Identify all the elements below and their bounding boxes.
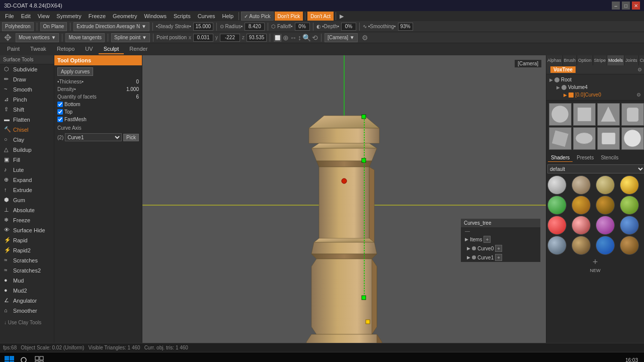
move-vertices-dropdown[interactable]: Move vertices ▼ bbox=[16, 33, 59, 42]
menu-help[interactable]: Help bbox=[219, 12, 237, 20]
tab-stripe[interactable]: Stripe bbox=[593, 55, 608, 65]
shader-15[interactable] bbox=[596, 236, 615, 255]
shader-13[interactable] bbox=[547, 236, 567, 255]
tool-buildup[interactable]: △Buildup bbox=[0, 145, 54, 155]
fastmesh-checkbox[interactable] bbox=[57, 117, 63, 122]
tab-brush[interactable]: Brush bbox=[563, 55, 578, 65]
top-checkbox[interactable] bbox=[57, 109, 63, 115]
shader-14[interactable] bbox=[572, 236, 591, 255]
tab-tweak[interactable]: Tweak bbox=[25, 44, 51, 54]
shader-5[interactable] bbox=[547, 196, 567, 215]
tool-rapid2[interactable]: ⚡Rapid2 bbox=[0, 245, 54, 255]
model-thumb-6[interactable] bbox=[573, 127, 596, 150]
curve0-eye-icon[interactable] bbox=[569, 93, 574, 98]
tool-mud[interactable]: ●Mud bbox=[0, 276, 54, 286]
dont-act-button[interactable]: Don't Act bbox=[307, 12, 334, 21]
shader-tab-presets[interactable]: Presets bbox=[574, 154, 597, 162]
tab-paint[interactable]: Paint bbox=[2, 44, 25, 54]
shader-4[interactable] bbox=[620, 175, 639, 195]
on-plane-button[interactable]: On Plane bbox=[40, 22, 67, 31]
smoothing-input[interactable] bbox=[398, 23, 413, 31]
tool-gum[interactable]: ⬢Gum bbox=[0, 195, 54, 205]
shader-16[interactable] bbox=[620, 236, 639, 255]
shader-6[interactable] bbox=[572, 196, 591, 215]
tool-shift[interactable]: ⇧Shift bbox=[0, 105, 54, 115]
dont-pick-button[interactable]: Don't Pick bbox=[275, 12, 303, 21]
tab-retopo[interactable]: Retopo bbox=[52, 44, 79, 54]
tool-mud2[interactable]: ●Mud2 bbox=[0, 286, 54, 296]
tool-subdivide[interactable]: ⬡Subdivide bbox=[0, 64, 54, 74]
tab-option[interactable]: Option bbox=[577, 55, 593, 65]
menu-view[interactable]: View bbox=[35, 12, 53, 20]
tab-render[interactable]: Render bbox=[124, 44, 152, 54]
menu-freeze[interactable]: Freeze bbox=[86, 12, 109, 20]
z-input[interactable] bbox=[247, 34, 267, 42]
tool-scratches2[interactable]: ≈Scratches2 bbox=[0, 265, 54, 276]
menu-windows[interactable]: Windows bbox=[141, 12, 170, 20]
tool-flatten[interactable]: ▬Flatten bbox=[0, 115, 54, 125]
maximize-button[interactable]: □ bbox=[622, 2, 630, 10]
tool-lute[interactable]: ♪Lute bbox=[0, 165, 54, 175]
curve0-add-button[interactable]: + bbox=[495, 245, 502, 252]
spline-point-dropdown[interactable]: Spline point ▼ bbox=[111, 33, 150, 42]
camera-dropdown[interactable]: [Camera] ▼ bbox=[325, 33, 358, 42]
tool-scratches[interactable]: ≈Scratches bbox=[0, 255, 54, 265]
tool-chisel[interactable]: 🔨Chisel bbox=[0, 125, 54, 135]
pick-button[interactable]: Pick bbox=[123, 134, 139, 141]
shader-2[interactable] bbox=[572, 175, 591, 195]
shader-3[interactable] bbox=[596, 175, 615, 195]
vox-root[interactable]: ▶ Root bbox=[549, 76, 641, 83]
tool-expand[interactable]: ⊕Expand bbox=[0, 175, 54, 185]
menu-scripts[interactable]: Scripts bbox=[171, 12, 194, 20]
tool-pinch[interactable]: ⊿Pinch bbox=[0, 95, 54, 105]
apply-curves-button[interactable]: Apply curves bbox=[57, 67, 93, 76]
tab-joints[interactable]: Joints bbox=[624, 55, 639, 65]
tree-item-curve1[interactable]: ▶ Curve1 + bbox=[461, 253, 540, 262]
new-shader-button[interactable]: + NEW bbox=[547, 255, 643, 275]
voxtree-badge[interactable]: VoxTree bbox=[550, 66, 576, 73]
close-button[interactable]: ✕ bbox=[632, 2, 640, 10]
model-thumb-4[interactable] bbox=[621, 103, 644, 126]
model-thumb-5[interactable] bbox=[549, 127, 572, 150]
bottom-checkbox[interactable] bbox=[57, 102, 63, 107]
depth-input[interactable] bbox=[341, 23, 356, 31]
tool-extrude[interactable]: ↑Extrude bbox=[0, 185, 54, 195]
x-input[interactable] bbox=[193, 34, 213, 42]
auto-pick-toggle[interactable]: ✓ Auto Pick bbox=[241, 12, 273, 21]
steady-stroke-input[interactable] bbox=[193, 23, 213, 31]
menu-file[interactable]: File bbox=[2, 12, 17, 20]
search-button[interactable] bbox=[17, 353, 31, 363]
model-thumb-2[interactable] bbox=[573, 103, 596, 126]
y-input[interactable] bbox=[220, 34, 240, 42]
model-thumb-7[interactable] bbox=[597, 127, 620, 150]
shader-1[interactable] bbox=[547, 175, 567, 195]
menu-symmetry[interactable]: Symmetry bbox=[53, 12, 85, 20]
tab-sculpt[interactable]: Sculpt bbox=[99, 44, 124, 54]
root-eye-icon[interactable] bbox=[554, 77, 559, 82]
menu-edit[interactable]: Edit bbox=[18, 12, 34, 20]
tree-item-items[interactable]: ▶ Items + bbox=[461, 235, 540, 244]
tool-angulator[interactable]: ∠Angulator bbox=[0, 296, 54, 306]
tab-uv[interactable]: UV bbox=[80, 44, 98, 54]
move-tangents-button[interactable]: Move tangents bbox=[65, 33, 105, 42]
viewport[interactable]: [Camera] bbox=[142, 55, 546, 343]
tab-curves[interactable]: Curves bbox=[639, 55, 644, 65]
model-thumb-3[interactable] bbox=[597, 103, 620, 126]
curve-select[interactable]: Curve1 Curve0 bbox=[65, 133, 122, 141]
task-view-button[interactable] bbox=[32, 353, 46, 363]
menu-curves[interactable]: Curves bbox=[195, 12, 218, 20]
curve1-add-button[interactable]: + bbox=[495, 254, 502, 261]
shader-10[interactable] bbox=[572, 216, 591, 235]
model-thumb-8[interactable] bbox=[621, 127, 644, 150]
model-thumb-1[interactable] bbox=[549, 103, 572, 126]
tool-freeze[interactable]: ❄Freeze bbox=[0, 215, 54, 225]
vox-volume4[interactable]: ▶ Volume4 bbox=[549, 83, 641, 91]
shader-11[interactable] bbox=[596, 216, 615, 235]
falloff-input[interactable] bbox=[295, 23, 310, 31]
start-button[interactable] bbox=[2, 353, 16, 363]
items-add-button[interactable]: + bbox=[484, 236, 491, 243]
tab-models[interactable]: Models bbox=[607, 55, 624, 65]
radius-input[interactable] bbox=[245, 23, 265, 31]
tool-fill[interactable]: ▣Fill bbox=[0, 155, 54, 165]
curve0-settings-icon[interactable]: ⚙ bbox=[636, 92, 641, 98]
